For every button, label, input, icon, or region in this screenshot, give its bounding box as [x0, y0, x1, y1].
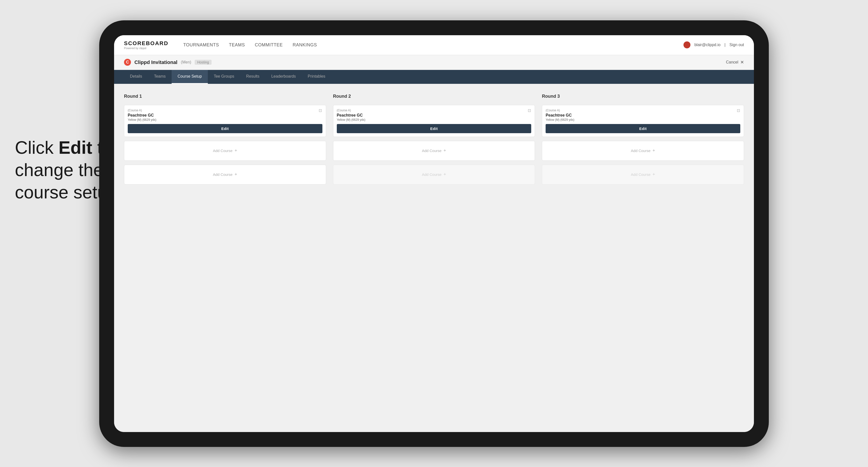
tab-printables-label: Printables: [308, 74, 326, 79]
nav-separator: |: [724, 43, 725, 47]
top-nav-right: blair@clippd.io | Sign out: [683, 41, 744, 49]
logo-sub: Powered by clippd: [124, 46, 168, 50]
round-1-add-plus-1: +: [235, 148, 237, 153]
instruction-prefix: Click: [15, 138, 59, 157]
round-2-add-course-2-label: Add Course: [422, 173, 441, 177]
nav-link-tournaments[interactable]: TOURNAMENTS: [183, 42, 219, 48]
nav-link-committee[interactable]: COMMITTEE: [255, 42, 283, 48]
round-3-course-name: Peachtree GC: [546, 113, 740, 118]
tab-course-setup-label: Course Setup: [178, 74, 202, 79]
round-3-course-label: (Course A): [546, 108, 740, 112]
nav-link-teams[interactable]: TEAMS: [229, 42, 245, 48]
round-2-add-plus-2: +: [443, 172, 446, 177]
round-3-add-plus-2: +: [652, 172, 655, 177]
tab-leaderboards-label: Leaderboards: [271, 74, 296, 79]
logo-area: SCOREBOARD Powered by clippd: [124, 40, 168, 50]
cancel-icon: ✕: [740, 60, 744, 65]
round-2-course-name: Peachtree GC: [337, 113, 531, 118]
tournament-gender: (Men): [181, 60, 191, 64]
tab-printables[interactable]: Printables: [302, 70, 331, 84]
round-1-course-label: (Course A): [128, 108, 322, 112]
round-3-edit-button[interactable]: Edit: [546, 124, 740, 133]
tab-tee-groups[interactable]: Tee Groups: [208, 70, 240, 84]
tab-results-label: Results: [246, 74, 259, 79]
round-1-add-course-2[interactable]: Add Course +: [124, 165, 326, 185]
round-3-column: Round 3 ⊡ (Course A) Peachtree GC Yellow…: [542, 94, 744, 185]
round-3-course-card: ⊡ (Course A) Peachtree GC Yellow (M) (66…: [542, 105, 744, 137]
tablet-screen: SCOREBOARD Powered by clippd TOURNAMENTS…: [114, 35, 754, 432]
cancel-button[interactable]: Cancel ✕: [726, 60, 744, 65]
round-3-add-course-1-label: Add Course: [631, 149, 651, 153]
user-avatar-icon: [683, 41, 690, 49]
nav-link-rankings[interactable]: RANKINGS: [292, 42, 317, 48]
tab-bar: Details Teams Course Setup Tee Groups Re…: [114, 70, 754, 84]
round-1-delete-icon[interactable]: ⊡: [317, 107, 323, 114]
tab-teams[interactable]: Teams: [148, 70, 172, 84]
round-1-add-course-2-label: Add Course: [213, 173, 232, 177]
round-3-add-course-2: Add Course +: [542, 165, 744, 185]
round-3-add-plus-1: +: [652, 148, 655, 153]
sign-out-link[interactable]: Sign out: [730, 43, 744, 47]
rounds-container: Round 1 ⊡ (Course A) Peachtree GC Yellow…: [124, 94, 744, 185]
round-1-add-course-1-label: Add Course: [213, 149, 232, 153]
tablet-shell: SCOREBOARD Powered by clippd TOURNAMENTS…: [99, 20, 769, 447]
round-2-add-plus-1: +: [443, 148, 446, 153]
round-2-course-label: (Course A): [337, 108, 531, 112]
round-1-course-card: ⊡ (Course A) Peachtree GC Yellow (M) (66…: [124, 105, 326, 137]
tab-results[interactable]: Results: [240, 70, 266, 84]
round-3-course-tee: Yellow (M) (6629 yds): [546, 118, 740, 122]
round-1-add-plus-2: +: [235, 172, 237, 177]
tournament-bar: C Clippd Invitational (Men) Hosting Canc…: [114, 55, 754, 70]
round-2-add-course-1[interactable]: Add Course +: [333, 141, 535, 161]
tab-tee-groups-label: Tee Groups: [214, 74, 235, 79]
tournament-bar-left: C Clippd Invitational (Men) Hosting: [124, 59, 212, 66]
round-1-add-course-1[interactable]: Add Course +: [124, 141, 326, 161]
round-1-course-name: Peachtree GC: [128, 113, 322, 118]
top-nav-left: SCOREBOARD Powered by clippd TOURNAMENTS…: [124, 40, 317, 50]
top-nav: SCOREBOARD Powered by clippd TOURNAMENTS…: [114, 35, 754, 55]
clippd-logo: C: [124, 59, 131, 66]
main-content: Round 1 ⊡ (Course A) Peachtree GC Yellow…: [114, 84, 754, 432]
hosting-badge: Hosting: [195, 60, 211, 65]
round-2-course-tee: Yellow (M) (6629 yds): [337, 118, 531, 122]
round-2-add-course-1-label: Add Course: [422, 149, 441, 153]
round-2-course-card: ⊡ (Course A) Peachtree GC Yellow (M) (66…: [333, 105, 535, 137]
round-1-title: Round 1: [124, 94, 326, 99]
round-2-add-course-2: Add Course +: [333, 165, 535, 185]
round-3-add-course-2-label: Add Course: [631, 173, 651, 177]
tab-details[interactable]: Details: [124, 70, 148, 84]
tab-leaderboards[interactable]: Leaderboards: [266, 70, 302, 84]
round-2-delete-icon[interactable]: ⊡: [526, 107, 532, 114]
round-3-delete-icon[interactable]: ⊡: [735, 107, 741, 114]
cancel-label: Cancel: [726, 60, 738, 64]
user-email: blair@clippd.io: [694, 43, 720, 47]
round-1-edit-button[interactable]: Edit: [128, 124, 322, 133]
instruction-bold: Edit: [59, 138, 92, 157]
tournament-title: Clippd Invitational: [134, 60, 177, 65]
tab-course-setup[interactable]: Course Setup: [172, 70, 208, 84]
round-2-edit-button[interactable]: Edit: [337, 124, 531, 133]
tab-details-label: Details: [130, 74, 142, 79]
logo-scoreboard: SCOREBOARD: [124, 40, 168, 46]
nav-links: TOURNAMENTS TEAMS COMMITTEE RANKINGS: [183, 42, 317, 48]
round-1-course-tee: Yellow (M) (6629 yds): [128, 118, 322, 122]
round-3-add-course-1[interactable]: Add Course +: [542, 141, 744, 161]
round-3-title: Round 3: [542, 94, 744, 99]
round-2-column: Round 2 ⊡ (Course A) Peachtree GC Yellow…: [333, 94, 535, 185]
round-2-title: Round 2: [333, 94, 535, 99]
tab-teams-label: Teams: [154, 74, 166, 79]
round-1-column: Round 1 ⊡ (Course A) Peachtree GC Yellow…: [124, 94, 326, 185]
